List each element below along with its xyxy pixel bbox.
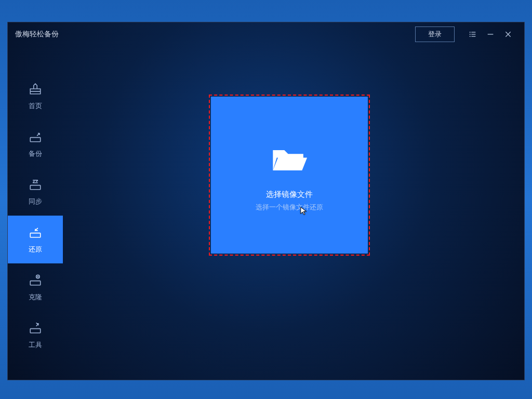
svg-point-4 xyxy=(470,36,471,37)
close-icon xyxy=(504,30,512,38)
sync-icon xyxy=(29,178,42,193)
clone-icon xyxy=(29,273,42,288)
svg-rect-6 xyxy=(488,34,494,34)
svg-rect-5 xyxy=(471,36,475,36)
svg-rect-8 xyxy=(30,185,41,189)
app-window: 傲梅轻松备份 登录 首页 xyxy=(7,22,525,380)
sidebar-item-label: 克隆 xyxy=(29,292,42,302)
sidebar-item-label: 备份 xyxy=(29,149,42,158)
sidebar-item-restore[interactable]: 还原 xyxy=(8,216,63,263)
sidebar-item-backup[interactable]: 备份 xyxy=(8,120,63,168)
minimize-icon xyxy=(486,30,495,38)
home-icon xyxy=(29,82,42,97)
sidebar-item-home[interactable]: 首页 xyxy=(8,72,63,120)
tile-title: 选择镜像文件 xyxy=(266,190,313,200)
svg-rect-1 xyxy=(471,32,475,32)
svg-point-2 xyxy=(470,34,471,35)
sidebar-item-label: 工具 xyxy=(29,340,42,350)
close-button[interactable] xyxy=(499,25,517,43)
select-image-tile[interactable]: 选择镜像文件 选择一个镜像文件还原 xyxy=(211,97,368,254)
sidebar-item-label: 还原 xyxy=(29,245,42,254)
svg-point-0 xyxy=(470,32,471,33)
app-title: 傲梅轻松备份 xyxy=(15,30,59,39)
minimize-button[interactable] xyxy=(482,25,499,43)
menu-button[interactable] xyxy=(464,25,482,43)
sidebar: 首页 备份 同步 还原 xyxy=(8,46,63,380)
menu-list-icon xyxy=(469,30,477,38)
login-button[interactable]: 登录 xyxy=(415,26,455,42)
svg-rect-7 xyxy=(30,137,41,141)
sidebar-item-label: 首页 xyxy=(29,101,42,111)
restore-icon xyxy=(29,225,42,241)
svg-rect-9 xyxy=(30,233,41,237)
main-area: 选择镜像文件 选择一个镜像文件还原 xyxy=(63,46,524,380)
sidebar-item-tools[interactable]: 工具 xyxy=(8,311,63,359)
svg-rect-3 xyxy=(471,34,475,34)
sidebar-item-sync[interactable]: 同步 xyxy=(8,168,63,216)
app-body: 首页 备份 同步 还原 xyxy=(8,46,524,380)
tools-icon xyxy=(29,321,42,336)
titlebar: 傲梅轻松备份 登录 xyxy=(8,22,524,46)
svg-rect-10 xyxy=(30,281,41,285)
sidebar-item-clone[interactable]: 克隆 xyxy=(8,263,63,311)
sidebar-item-label: 同步 xyxy=(29,197,42,206)
tile-subtitle: 选择一个镜像文件还原 xyxy=(256,203,323,212)
backup-icon xyxy=(29,130,42,145)
svg-rect-12 xyxy=(30,328,41,332)
folder-open-icon xyxy=(269,139,310,181)
